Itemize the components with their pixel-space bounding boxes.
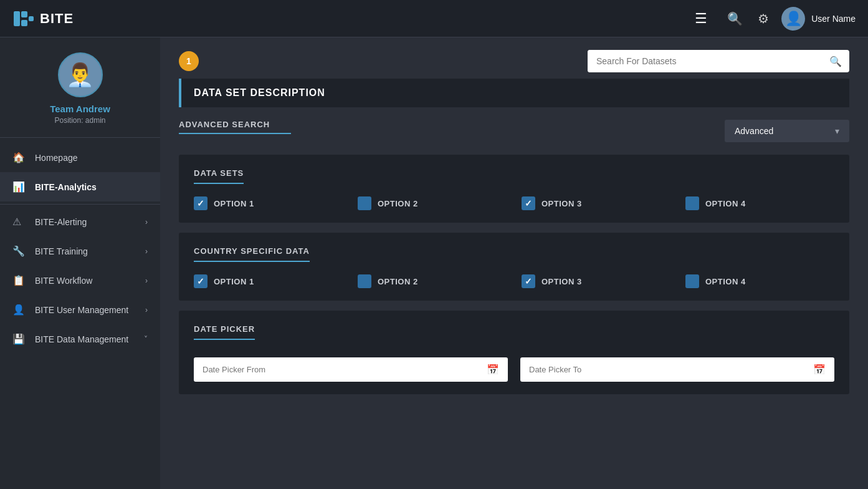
date-picker-panel: DATE PICKER 📅 📅 [179, 311, 849, 394]
date-to-wrapper: 📅 [520, 357, 834, 382]
sidebar-item-label-data-mgmt: BITE Data Management [35, 334, 128, 344]
home-icon: 🏠 [12, 152, 26, 163]
profile-avatar: 👨‍💼 [58, 52, 103, 97]
option-label-dataset-4: OPTION 4 [705, 199, 746, 208]
chevron-right-icon-training: › [145, 247, 148, 256]
body-layout: 👨‍💼 Team Andrew Position: admin 🏠 Homepa… [0, 37, 868, 489]
option-label-dataset-1: OPTION 1 [214, 199, 254, 208]
user-avatar-container[interactable]: 👤 User Name [781, 7, 856, 31]
dataset-section: DATA SET DESCRIPTION ADVANCED SEARCH Adv… [179, 79, 849, 489]
sidebar-item-data-mgmt[interactable]: 💾 BITE Data Management ˅ [0, 324, 160, 354]
calendar-from-icon[interactable]: 📅 [487, 364, 499, 375]
country-data-panel: COUNTRY SPECIFIC DATA OPTION 1 OPTION 2 … [179, 233, 849, 301]
checkbox-country-3[interactable] [522, 274, 535, 288]
top-navbar: BITE ☰ 🔍 ⚙ 👤 User Name [0, 0, 868, 37]
date-to-input[interactable] [529, 365, 813, 374]
option-label-dataset-2: OPTION 2 [378, 199, 418, 208]
dataset-option-4[interactable]: OPTION 4 [685, 196, 834, 210]
country-options: OPTION 1 OPTION 2 OPTION 3 OPTION 4 [194, 274, 834, 288]
section-header: DATA SET DESCRIPTION [179, 79, 849, 107]
notification-badge[interactable]: 1 [179, 51, 199, 71]
nav-right-area: 🔍 ⚙ 👤 User Name [725, 7, 856, 31]
chevron-right-icon-user: › [145, 306, 148, 314]
section-header-title: DATA SET DESCRIPTION [194, 87, 325, 98]
logo-area: BITE [12, 7, 690, 30]
search-box: 🔍 [588, 50, 849, 72]
country-option-2[interactable]: OPTION 2 [358, 274, 507, 288]
sidebar-divider-1 [0, 204, 160, 205]
sidebar-item-homepage[interactable]: 🏠 Homepage [0, 143, 160, 172]
sidebar-item-label-analytics: BITE-Analytics [35, 182, 97, 192]
sidebar-item-training[interactable]: 🔧 BITE Training › [0, 236, 160, 266]
option-label-country-4: OPTION 4 [705, 277, 746, 286]
sidebar-item-label-homepage: Homepage [35, 153, 78, 163]
checkbox-country-1[interactable] [194, 274, 207, 288]
sidebar-item-user-mgmt[interactable]: 👤 BITE User Management › [0, 295, 160, 324]
dataset-option-3[interactable]: OPTION 3 [522, 196, 670, 210]
settings-icon-button[interactable]: ⚙ [755, 9, 771, 29]
dataset-option-2[interactable]: OPTION 2 [358, 196, 507, 210]
logo-text: BITE [40, 11, 74, 27]
country-data-title: COUNTRY SPECIFIC DATA [194, 246, 310, 262]
user-icon: 👤 [12, 304, 26, 316]
data-sets-panel: DATA SETS OPTION 1 OPTION 2 OPTION 3 [179, 155, 849, 223]
sidebar-profile: 👨‍💼 Team Andrew Position: admin [0, 37, 160, 138]
sidebar-item-analytics[interactable]: 📊 BITE-Analytics [0, 172, 160, 201]
username-label: User Name [811, 14, 856, 24]
option-label-country-2: OPTION 2 [378, 277, 418, 286]
search-icon-button[interactable]: 🔍 [725, 9, 745, 29]
chevron-right-icon-workflow: › [145, 276, 148, 285]
sidebar: 👨‍💼 Team Andrew Position: admin 🏠 Homepa… [0, 37, 160, 489]
date-picker-title: DATE PICKER [194, 324, 255, 340]
sidebar-item-workflow[interactable]: 📋 BITE Workflow › [0, 266, 160, 295]
country-option-3[interactable]: OPTION 3 [522, 274, 670, 288]
svg-rect-3 [29, 16, 34, 21]
profile-avatar-icon: 👨‍💼 [66, 62, 94, 88]
dataset-option-1[interactable]: OPTION 1 [194, 196, 343, 210]
alert-icon: ⚠ [12, 216, 26, 228]
calendar-to-icon[interactable]: 📅 [813, 364, 826, 375]
option-label-dataset-3: OPTION 3 [541, 199, 582, 208]
hamburger-button[interactable]: ☰ [690, 6, 712, 32]
option-label-country-1: OPTION 1 [214, 277, 254, 286]
country-option-4[interactable]: OPTION 4 [685, 274, 834, 288]
search-input[interactable] [588, 50, 822, 72]
sidebar-item-label-alerting: BITE-Alerting [35, 217, 87, 227]
profile-position: Position: admin [54, 116, 105, 125]
sidebar-item-alerting[interactable]: ⚠ BITE-Alerting › [0, 207, 160, 236]
logo-icon [12, 7, 35, 30]
search-button[interactable]: 🔍 [822, 51, 849, 72]
data-sets-title: DATA SETS [194, 168, 244, 184]
country-option-1[interactable]: OPTION 1 [194, 274, 343, 288]
profile-name: Team Andrew [50, 104, 110, 114]
workflow-icon: 📋 [12, 274, 26, 286]
sidebar-item-label-training: BITE Training [35, 246, 88, 256]
advanced-search-bar: ADVANCED SEARCH Advanced ▾ [179, 120, 849, 142]
chevron-down-icon-advanced: ▾ [835, 126, 839, 136]
svg-rect-1 [21, 11, 27, 17]
date-picker-row: 📅 📅 [194, 357, 834, 382]
advanced-dropdown-label: Advanced [735, 126, 773, 136]
checkbox-dataset-4[interactable] [685, 196, 699, 210]
avatar: 👤 [781, 7, 805, 31]
search-area: 1 🔍 [160, 37, 868, 79]
date-from-wrapper: 📅 [194, 357, 508, 382]
chevron-right-icon: › [145, 218, 148, 226]
sidebar-item-label-workflow: BITE Workflow [35, 276, 92, 286]
chevron-down-icon-data: ˅ [144, 335, 148, 344]
sidebar-item-label-user-mgmt: BITE User Management [35, 305, 128, 315]
option-label-country-3: OPTION 3 [541, 277, 582, 286]
data-sets-options: OPTION 1 OPTION 2 OPTION 3 OPTION 4 [194, 196, 834, 210]
checkbox-dataset-2[interactable] [358, 196, 371, 210]
checkbox-country-2[interactable] [358, 274, 371, 288]
checkbox-dataset-1[interactable] [194, 196, 207, 210]
analytics-icon: 📊 [12, 181, 26, 193]
checkbox-country-4[interactable] [685, 274, 699, 288]
training-icon: 🔧 [12, 245, 26, 257]
advanced-search-label: ADVANCED SEARCH [179, 120, 291, 134]
main-content: 1 🔍 DATA SET DESCRIPTION ADVANCED SEARCH… [160, 37, 868, 489]
data-icon: 💾 [12, 333, 26, 345]
date-from-input[interactable] [203, 365, 487, 374]
advanced-dropdown[interactable]: Advanced ▾ [725, 120, 849, 142]
checkbox-dataset-3[interactable] [522, 196, 535, 210]
